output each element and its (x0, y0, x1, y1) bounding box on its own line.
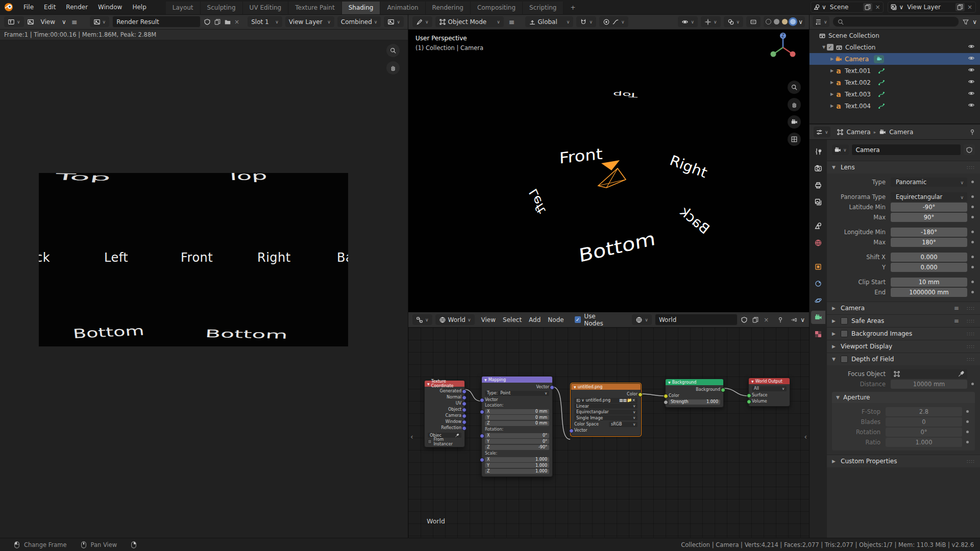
node-socket[interactable] (462, 420, 467, 424)
node-socket[interactable] (664, 394, 668, 398)
presets-icon[interactable]: ≡ (954, 305, 959, 312)
scene-text-object[interactable]: Top (613, 90, 638, 98)
node-socket[interactable] (462, 389, 467, 394)
hide-in-viewport-toggle[interactable] (968, 43, 975, 52)
node-socket[interactable] (664, 400, 668, 405)
zoom-gizmo-button[interactable] (788, 81, 801, 94)
animation-curve-icon[interactable] (878, 79, 885, 86)
node-socket[interactable] (480, 458, 484, 462)
node-socket[interactable] (569, 429, 574, 433)
type-field[interactable]: Panoramic∨ (891, 178, 967, 187)
use-nodes-toggle[interactable]: ✓ Use Nodes (575, 313, 616, 327)
node-canvas[interactable]: ▼Texture Coordinate GeneratedNormalUVObj… (408, 328, 809, 538)
outliner-item-text-002[interactable]: ▶ a Text.002 (810, 77, 980, 88)
slot-selector[interactable]: Slot 1∨ (248, 16, 282, 27)
properties-tab-constraints[interactable] (811, 277, 825, 290)
unlink-scene-button[interactable]: × (874, 4, 881, 11)
add-workspace-button[interactable]: + (564, 2, 582, 14)
mode-selector[interactable]: Object Mode∨ (435, 16, 504, 27)
pin-icon[interactable] (777, 316, 784, 323)
wireframe-shading-button[interactable] (766, 19, 771, 24)
editor-type-selector[interactable]: ∨ (814, 127, 830, 137)
node-socket[interactable] (462, 414, 467, 418)
eyedropper-icon[interactable] (958, 370, 965, 378)
hide-in-viewport-toggle[interactable] (968, 55, 975, 63)
view-menu[interactable]: View (37, 18, 59, 26)
properties-tab-render[interactable] (811, 162, 825, 175)
shader-menu-select[interactable]: Select (499, 316, 525, 323)
depth-of-field-panel-header[interactable]: ▼ Depth of Field :::: (827, 353, 980, 365)
menu-help[interactable]: Help (127, 4, 151, 11)
pan-gizmo-button[interactable] (788, 98, 801, 111)
longitude-min-field[interactable]: -180° (891, 228, 967, 237)
scene-name[interactable]: Scene (828, 4, 862, 11)
node-socket[interactable] (480, 398, 484, 403)
shader-menu-view[interactable]: View (478, 316, 499, 323)
panel-grip[interactable]: :::: (967, 318, 975, 323)
node-socket[interactable] (480, 410, 484, 414)
workspace-tab-rendering[interactable]: Rendering (426, 2, 471, 14)
expand-arrow-icon[interactable]: ▶ (829, 68, 835, 73)
presets-icon[interactable]: ≡ (954, 317, 959, 324)
end-field[interactable]: 1000000 mm (891, 288, 967, 297)
animation-curve-icon[interactable] (878, 67, 885, 74)
view-layer-selector[interactable]: ∨ View Layer × (888, 2, 976, 13)
rendered-shading-button[interactable] (790, 19, 796, 24)
panel-checkbox[interactable] (841, 317, 848, 324)
new-view-layer-button[interactable] (955, 3, 965, 11)
panel-grip[interactable]: :::: (967, 459, 975, 464)
transform-orientation-selector[interactable]: Global∨ (525, 16, 574, 27)
toolbar-toggle-arrow[interactable]: ‹ (410, 433, 413, 441)
workspace-tab-uv-editing[interactable]: UV Editing (243, 2, 289, 14)
view-layer-name[interactable]: View Layer (905, 4, 954, 11)
camera-panel-header[interactable]: ▶ Camera ≡ :::: (827, 302, 980, 314)
zoom-gizmo-button[interactable] (386, 44, 400, 57)
scene-text-object[interactable]: Back (677, 203, 713, 237)
menu-render[interactable]: Render (61, 4, 93, 11)
blender-logo-icon[interactable] (4, 3, 13, 12)
fake-user-button[interactable] (964, 144, 975, 155)
node-texture-coordinate[interactable]: ▼Texture Coordinate GeneratedNormalUVObj… (424, 380, 465, 447)
custom-properties-panel-header[interactable]: ▶Custom Properties:::: (827, 455, 980, 467)
expand-arrow-icon[interactable]: ▶ (829, 104, 835, 108)
f-stop-field[interactable]: 2.8 (886, 407, 962, 416)
max-field[interactable]: 180° (891, 238, 967, 247)
material-shading-button[interactable] (782, 19, 788, 24)
layer-selector[interactable]: View Layer∨ (285, 16, 334, 27)
world-browse-button[interactable]: ∨ (632, 314, 652, 325)
hide-in-viewport-toggle[interactable] (968, 90, 975, 98)
expand-arrow-icon[interactable]: ▶ (829, 92, 835, 96)
shading-options-dropdown[interactable]: ∨ (798, 18, 803, 26)
safe-areas-panel-header[interactable]: ▶ Safe Areas ≡ :::: (827, 314, 980, 327)
new-image-button[interactable] (214, 18, 221, 26)
solid-shading-button[interactable] (774, 19, 779, 24)
show-object-types-button[interactable]: ∨ (678, 16, 698, 27)
aperture-panel-header[interactable]: ▼Aperture (832, 392, 975, 403)
outliner-item-text-001[interactable]: ▶ a Text.001 (810, 65, 980, 77)
menu-file[interactable]: File (18, 4, 39, 11)
max-field[interactable]: 90° (891, 213, 967, 222)
properties-tab-physics[interactable] (811, 294, 825, 307)
sidebar-toggle-arrow[interactable]: ‹ (804, 433, 807, 441)
viewport-display-panel-header[interactable]: ▶ Viewport Display :::: (827, 340, 980, 353)
breadcrumb-object[interactable]: Camera (847, 129, 871, 136)
node-socket[interactable] (480, 434, 484, 438)
blades-field[interactable]: 0 (886, 417, 962, 427)
overlays-toggle[interactable]: ∨ (724, 16, 744, 27)
node-background[interactable]: ▼Background Background Color Strength1.0… (665, 379, 724, 408)
node-image-texture[interactable]: ▼untitled.png Color ∨ untitled.png▩▩📁× L… (571, 383, 641, 436)
ratio-field[interactable]: 1.000 (886, 438, 962, 447)
pass-selector[interactable]: Combined∨ (337, 16, 381, 27)
snap-icon[interactable] (790, 316, 797, 323)
hide-in-viewport-toggle[interactable] (968, 78, 975, 87)
shader-type-selector[interactable]: World∨ (435, 314, 475, 325)
outliner-item-camera[interactable]: ▶ Camera (810, 53, 980, 65)
animation-curve-icon[interactable] (878, 91, 885, 98)
rotation-field[interactable]: 0° (886, 428, 962, 437)
pan-gizmo-button[interactable] (386, 61, 400, 74)
scene-text-object[interactable]: Bottom (578, 228, 656, 266)
ortho-toggle-button[interactable] (788, 133, 801, 146)
scene-text-object[interactable]: Right (668, 152, 709, 181)
node-socket[interactable] (747, 393, 751, 398)
new-world-button[interactable] (751, 316, 760, 324)
